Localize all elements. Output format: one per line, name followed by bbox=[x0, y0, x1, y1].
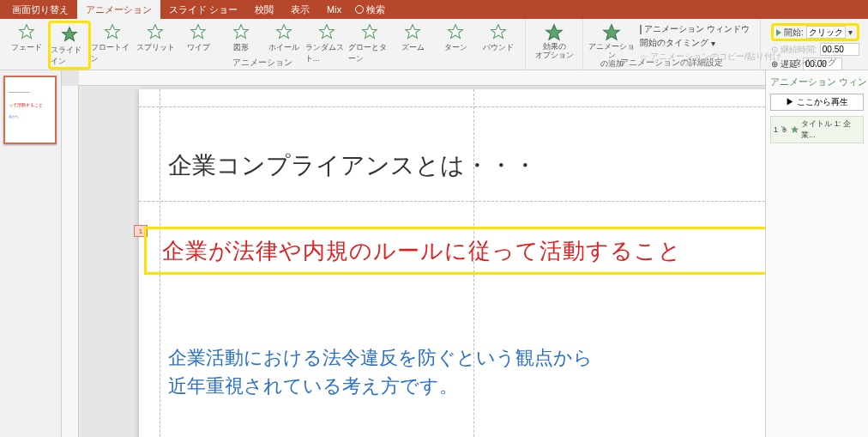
check-icon bbox=[640, 25, 642, 34]
highlighted-text-box[interactable]: 企業が法律や内規のルールに従って活動すること bbox=[144, 227, 765, 275]
star-plus-icon bbox=[602, 23, 621, 42]
star-icon bbox=[147, 23, 164, 40]
duration-input[interactable] bbox=[820, 43, 859, 56]
mouse-icon: 🖱 bbox=[781, 125, 788, 134]
chevron-down-icon[interactable]: ▾ bbox=[848, 27, 853, 37]
thumbnail-panel[interactable]: ――――― って活動すること 点から bbox=[0, 70, 62, 437]
star-icon bbox=[275, 23, 292, 40]
star-icon bbox=[791, 125, 799, 134]
svg-marker-8 bbox=[363, 25, 377, 39]
svg-marker-6 bbox=[277, 25, 292, 39]
svg-marker-2 bbox=[105, 25, 120, 39]
svg-marker-12 bbox=[546, 25, 562, 39]
search-icon bbox=[355, 5, 364, 14]
tab-slideshow[interactable]: スライド ショー bbox=[160, 0, 246, 19]
slide-body-text[interactable]: 企業活動における法令違反を防ぐという観点から 近年重視されている考え方です。 bbox=[168, 343, 593, 400]
group-label-timing: タイミング bbox=[761, 57, 868, 69]
chevron-down-icon: ▾ bbox=[711, 39, 715, 48]
svg-marker-4 bbox=[191, 25, 206, 39]
play-from-here-button[interactable]: ▶ ここから再生 bbox=[770, 94, 864, 111]
star-icon bbox=[404, 23, 421, 40]
star-icon bbox=[18, 23, 35, 40]
play-icon bbox=[776, 29, 781, 36]
tab-animation[interactable]: アニメーション bbox=[77, 0, 160, 19]
star-icon bbox=[545, 23, 564, 42]
tab-review[interactable]: 校閲 bbox=[246, 0, 282, 19]
star-icon bbox=[232, 23, 250, 40]
animation-list-item[interactable]: 1 🖱 タイトル 1: 企業... bbox=[770, 116, 864, 143]
animation-pane[interactable]: アニメーション ウィンド ▶ ここから再生 1 🖱 タイトル 1: 企業... bbox=[765, 70, 868, 437]
svg-marker-9 bbox=[406, 25, 420, 39]
group-label-advanced: アニメーションの詳細設定 bbox=[583, 57, 760, 69]
star-icon bbox=[447, 23, 464, 40]
svg-marker-3 bbox=[148, 25, 163, 39]
svg-marker-14 bbox=[792, 126, 799, 132]
animation-pane-title: アニメーション ウィンド bbox=[770, 76, 864, 88]
tab-transition[interactable]: 画面切り替え bbox=[3, 0, 77, 19]
svg-marker-0 bbox=[20, 25, 34, 39]
ribbon: フェード スライドイン フロートイン スプリット ワイプ 図形 bbox=[0, 19, 868, 70]
star-icon bbox=[61, 26, 78, 43]
star-icon bbox=[104, 23, 121, 40]
slide-canvas[interactable]: 企業コンプライアンスとは・・・ 1 企業が法律や内規のルールに従って活動すること… bbox=[139, 89, 765, 437]
tab-bar: 画面切り替え アニメーション スライド ショー 校閲 表示 Mix 検索 bbox=[0, 0, 868, 19]
svg-marker-13 bbox=[604, 25, 619, 39]
trigger-button[interactable]: 開始のタイミング ▾ bbox=[640, 37, 750, 49]
star-icon bbox=[361, 23, 378, 40]
svg-marker-7 bbox=[320, 25, 335, 39]
star-icon bbox=[318, 23, 335, 40]
group-label-animation: アニメーション bbox=[0, 57, 525, 69]
ruler-horizontal bbox=[79, 70, 765, 86]
svg-marker-10 bbox=[449, 25, 463, 39]
duration-row[interactable]: ⊙ 継続時間: bbox=[771, 43, 859, 56]
tab-view[interactable]: 表示 bbox=[282, 0, 318, 19]
star-icon bbox=[190, 23, 207, 40]
search-box[interactable]: 検索 bbox=[355, 3, 385, 16]
start-timing-row[interactable]: 開始: ▾ bbox=[771, 23, 859, 41]
svg-marker-1 bbox=[63, 27, 77, 41]
slide-title[interactable]: 企業コンプライアンスとは・・・ bbox=[168, 149, 537, 182]
slide-thumbnail[interactable]: ――――― って活動すること 点から bbox=[3, 76, 57, 144]
start-timing-select[interactable] bbox=[806, 26, 846, 39]
slide-red-text[interactable]: 企業が法律や内規のルールに従って活動すること bbox=[162, 236, 682, 266]
search-label: 検索 bbox=[366, 3, 385, 16]
effect-options-button[interactable]: 効果の オプション bbox=[531, 21, 577, 60]
slide-editor[interactable]: 企業コンプライアンスとは・・・ 1 企業が法律や内規のルールに従って活動すること… bbox=[62, 70, 765, 437]
animation-pane-toggle[interactable]: アニメーション ウィンドウ bbox=[640, 23, 750, 35]
svg-marker-11 bbox=[491, 25, 506, 39]
star-icon bbox=[490, 23, 507, 40]
svg-marker-5 bbox=[234, 25, 249, 39]
tab-mix[interactable]: Mix bbox=[318, 0, 350, 19]
ruler-vertical bbox=[62, 86, 79, 437]
workspace: ――――― って活動すること 点から 企業コンプライアンスとは・・・ 1 企業が… bbox=[0, 70, 868, 437]
